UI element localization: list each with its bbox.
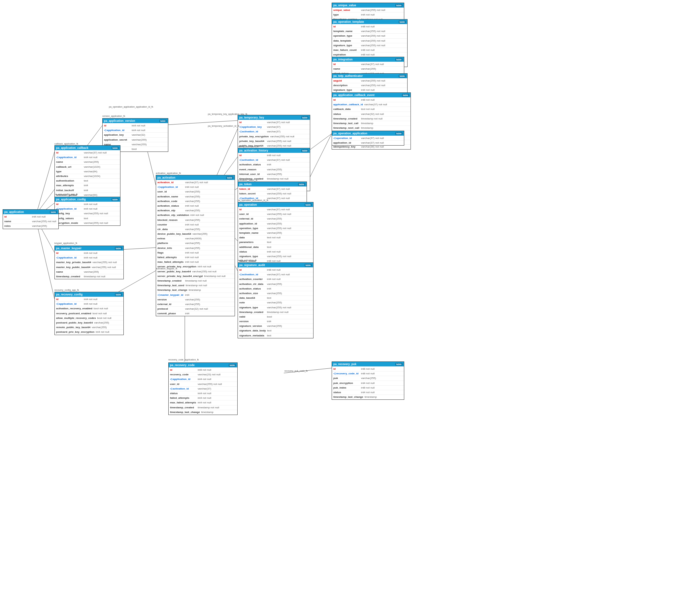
table-row: token_secretvarchar(255) not null	[238, 191, 306, 196]
table-badge: table	[115, 247, 122, 250]
table-row: idvarchar(37) not null	[55, 151, 120, 155]
table-row: ctr_datavarchar(255)	[156, 227, 235, 232]
table-row: idint4 not null	[55, 202, 120, 207]
table-row: validbool	[238, 314, 313, 319]
table-title: pa_integration	[333, 58, 353, 61]
table-badge: table	[112, 147, 119, 150]
table-row: timestamp_createdtimestamp not null	[238, 310, 313, 314]
table-row: server_private_key_base64_encrypttimesta…	[156, 274, 235, 278]
table-title: pa_activation	[157, 176, 175, 179]
table-row: namevarchar(255)	[332, 67, 404, 71]
table-row: datatext not null	[238, 235, 313, 240]
table-header-pa-unique-value: pa_unique_value table	[332, 3, 404, 7]
table-row: activation_statusint4	[238, 287, 313, 291]
table-row: parameterstext	[238, 240, 313, 245]
table-pa-application: pa_application table idint4 not null nam…	[3, 209, 59, 229]
table-row: ◁ application_idint4 not null	[55, 207, 120, 211]
table-header-pa-recovery-config: pa_recovery_config table	[55, 292, 123, 297]
table-header-pa-master-keypair: pa_master_keypair table	[55, 246, 123, 251]
diagram-container: pa_unique_value table unique_valuevarcha…	[0, 0, 693, 616]
table-row: data_templatevarchar(255) not null	[332, 39, 407, 43]
table-badge: table	[298, 183, 305, 186]
table-row: activation_sizevarchar(255)	[238, 291, 313, 296]
fk-label-recovery-code-application: recovery_code_application_fk	[168, 359, 199, 361]
table-row: activation_statusint4	[238, 162, 310, 167]
table-row: statusint4 not null	[332, 390, 404, 395]
fk-label-keypair: keypair_application_fk	[55, 242, 77, 244]
table-row: user_idvarchar(255) not null	[169, 382, 237, 387]
table-row: statusvarchar(32) not null	[332, 112, 411, 117]
fk-label-operation-activation: pa_operation_activation_id_fk	[238, 199, 268, 201]
table-pa-recovery-code: pa_recovery_code table idint8 not null r…	[168, 363, 238, 415]
table-badge: table	[395, 132, 402, 135]
table-row: timestamp_createdtimestamp not null	[55, 274, 123, 278]
table-row: additional_datatext	[238, 245, 313, 250]
table-badge: table	[304, 203, 312, 206]
table-row: idint4 not null	[3, 215, 58, 219]
fk-label-temp-activation: pa_temporary_activation_id_fk	[208, 125, 239, 127]
table-header-pa-recovery-code: pa_recovery_code table	[169, 363, 237, 367]
table-badge: table	[402, 94, 409, 97]
table-row: ◁ application_idint4 not null	[55, 302, 123, 306]
table-title: pa_unique_value	[333, 4, 356, 7]
table-row: encryption_modevarchar(255) not null	[55, 221, 120, 225]
table-row: config_keyvarchar(255) not null	[55, 211, 120, 216]
table-row: idint8 not null	[238, 153, 310, 158]
table-header-pa-recovery-puk: pa_recovery_puk table	[332, 362, 404, 366]
table-row: activation_otpvarchar(255)	[156, 208, 235, 213]
table-body: idint4 not null ◁ application_idint4 not…	[55, 202, 120, 226]
table-header-pa-signature-audit: pa_signature_audit table	[238, 263, 313, 267]
table-row: pukvarchar(255)	[332, 376, 404, 381]
table-pa-activation: pa_activation table activation_idvarchar…	[156, 175, 235, 316]
table-row: platformvarchar(255)	[156, 241, 235, 246]
table-row: application_idvarchar(255)	[238, 222, 313, 226]
table-badge: table	[229, 364, 236, 367]
table-pa-master-keypair: pa_master_keypair table idint4 not null …	[55, 246, 124, 279]
table-title: pa_application_version	[104, 119, 135, 122]
fk-label-version-application: version_application_fk	[102, 115, 125, 117]
table-row: idint8 not null	[332, 367, 404, 371]
table-row: allow_multiple_recovery_codesbool not nu…	[55, 316, 123, 321]
table-header-pa-activation-history: pa_activation_history table	[238, 148, 310, 153]
table-row: versionint4	[238, 319, 313, 324]
table-badge: table	[115, 293, 122, 296]
table-row: external_idvarchar(255)	[156, 302, 235, 307]
table-row: idint8 not null	[169, 368, 237, 372]
table-row: protocolvarchar(32) not null	[156, 307, 235, 311]
table-body: idint4 not null ◁ application_idint4 not…	[55, 297, 123, 335]
table-row: typevarchar(64)	[55, 169, 120, 174]
table-row: commit_phaseint4	[156, 311, 235, 315]
table-pa-recovery-puk: pa_recovery_puk table idint8 not null ◁ …	[332, 362, 404, 400]
table-row: ◁ master_keypair_idint4	[156, 293, 235, 297]
table-row: activation_idvarchar(37) not null	[156, 180, 235, 185]
table-row: namevarchar(255)	[55, 160, 120, 165]
table-row: counterint4 not null	[156, 223, 235, 227]
table-row: user_idvarchar(255)	[156, 190, 235, 194]
table-row: operation_typevarchar(255) not null	[238, 226, 313, 231]
table-row: ◁ operation_idvarchar(37) not null	[332, 136, 404, 141]
table-header-pa-application-callback-event: pa_application_callback_event table	[332, 93, 411, 97]
table-row: idvarchar(37) not null	[238, 207, 313, 212]
table-row: flagsint4 not null	[156, 251, 235, 255]
fk-label-audit-activation: audit_activation_fk	[238, 259, 257, 262]
table-header-pa-application-version: pa_application_version table	[103, 118, 168, 123]
table-body: idint8 not null ◁ recovery_code_idint8 n…	[332, 366, 404, 400]
fk-label-token-activation: activation_token_fk	[238, 179, 257, 181]
table-header-pa-application-callback: pa_application_callback table	[55, 146, 120, 150]
table-row: signature_typevarchar(255) not null	[332, 43, 407, 48]
table-row: callback_datatext not null	[332, 107, 411, 112]
fk-label-temp-key-app: pa_temporary_key_application_key_fk	[208, 113, 247, 115]
table-row: timestamp_last_usedtimestamp not null	[156, 283, 235, 288]
table-row: recovery_codevarchar(23) not null	[169, 372, 237, 377]
table-row: signature_typeint4 not null	[332, 88, 407, 92]
table-row: puk_encryptionint4 not null	[332, 381, 404, 386]
table-row: signature_metadatatext	[238, 333, 313, 338]
table-row: typeint4 not null	[332, 13, 404, 17]
table-row: idvarchar(37) not null	[238, 120, 310, 125]
fk-label-recovery-puk: recovery_puk_code_fk	[284, 370, 308, 372]
table-badge: table	[301, 116, 309, 119]
table-body: idint4 not null namevarchar(255) not nul…	[3, 214, 58, 229]
table-badge: table	[399, 20, 406, 23]
table-row: timestamp_last_changetimestamp	[169, 410, 237, 414]
table-row: signature_versionvarchar(255)	[238, 324, 313, 328]
